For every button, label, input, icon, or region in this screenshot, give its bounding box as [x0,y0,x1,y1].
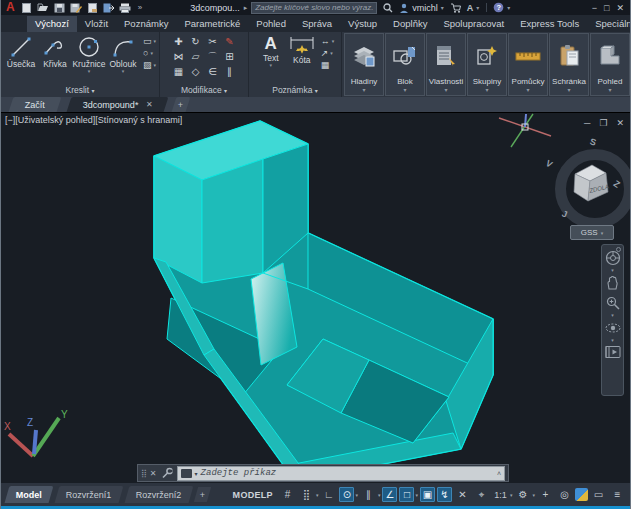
tab-vystup[interactable]: Výstup [340,16,385,32]
command-grip-handle[interactable]: ⣿ [141,469,146,478]
snap-toggle[interactable]: ⣿ [298,487,315,502]
tab-sprava[interactable]: Správa [294,16,340,32]
isodraft-caret-icon[interactable]: ▾ [378,492,381,498]
wcs-button[interactable]: GSS▾ [570,225,614,240]
command-input[interactable]: ▾ Zadejte příkaz ˄ [177,466,505,481]
command-line-palette[interactable]: ⣿ ✕ ▾ Zadejte příkaz ˄ [137,464,509,482]
polyline-tool[interactable]: Křivka [38,34,72,69]
copy-tool[interactable]: ⊞ [221,50,238,65]
new-drawing-tab-button[interactable]: + [172,97,191,112]
polar-tracking-toggle[interactable]: ⊙ [339,487,354,502]
hardware-acceleration-button[interactable] [575,488,588,501]
layout-tab-rozvrzeni1[interactable]: Rozvržení1 [55,486,123,503]
user-caret-icon[interactable]: ▾ [441,4,444,11]
array-tool[interactable]: ▦ [170,65,187,80]
drawing-viewport[interactable]: [−][Uživatelský pohled][Stínovaný s hran… [1,112,631,484]
tab-vlozit[interactable]: Vložit [77,16,116,32]
model-space-button[interactable]: MODELP [233,490,273,500]
app-store-cart-icon[interactable] [450,3,461,13]
line-tool[interactable]: Úsečka [4,34,38,69]
isolate-objects-button[interactable]: ◎ [556,487,573,502]
drawing-minimize-button[interactable]: ─ [584,118,590,128]
help-caret-icon[interactable]: ▾ [507,4,510,11]
drawing-restore-button[interactable]: ❐ [599,118,607,128]
tab-vychozi[interactable]: Výchozí [27,16,77,32]
panel-vlastnosti[interactable]: Vlastnosti ▾ [426,33,466,96]
leader-tool[interactable]: ↗▾ [321,48,335,58]
circle-tool[interactable]: Kružnice ▾ [72,34,106,74]
save-as-icon[interactable] [70,3,82,13]
orbit-caret-icon[interactable]: ▾ [611,338,614,343]
fillet-tool[interactable]: ⌒ [204,50,221,65]
table-tool[interactable]: ▦ [321,60,335,70]
panel-blok[interactable]: Blok ▾ [385,33,425,96]
panel-pohled[interactable]: Pohled ▾ [590,33,630,96]
help-icon[interactable]: ? [493,2,504,13]
search-icon[interactable] [383,3,393,13]
export-icon[interactable] [103,3,114,13]
showmotion-icon[interactable] [605,345,621,359]
compass-east[interactable]: V [544,158,554,170]
workspace-gear-button[interactable]: ⚙ [514,487,531,502]
maximize-button[interactable]: □ [604,3,609,13]
panel-hladiny[interactable]: Hladiny ▾ [344,33,384,96]
zoom-caret-icon[interactable]: ▾ [611,313,614,318]
close-button[interactable]: ✕ [616,3,624,13]
viewcube[interactable]: S Z J V ZDOLA GSS▾ [546,133,631,241]
autocad-logo-icon[interactable]: A [6,1,15,14]
qat-expand-icon[interactable]: » [138,3,142,12]
osnap-caret-icon[interactable]: ▾ [415,492,418,498]
signed-in-user[interactable]: vmichl [412,3,438,13]
panel-schranka[interactable]: Schránka ▾ [549,33,589,96]
viewport-controls-label[interactable]: [−][Uživatelský pohled][Stínovaný s hran… [5,115,182,125]
autodesk-app-caret-icon[interactable]: ▾ [476,4,479,11]
tab-specialni-aplikace[interactable]: Speciální aplikace [587,16,631,32]
isodraft-toggle[interactable]: ∥ [360,487,377,502]
file-tab-zacit[interactable]: Začít [9,97,62,112]
user-icon[interactable] [399,3,409,13]
offset-tool[interactable]: ∈ [204,65,221,80]
workspace-caret-icon[interactable]: ▾ [532,492,535,498]
tab-pohled[interactable]: Pohled [248,16,294,32]
zoom-icon[interactable] [605,295,621,311]
new-layout-button[interactable]: + [194,487,212,502]
hatch-tool[interactable]: ▨▾ [143,60,156,70]
annotation-monitor-toggle[interactable]: ⌖ [473,487,490,502]
tab-poznamky[interactable]: Poznámky [116,16,176,32]
stretch-tool[interactable]: ▱ [187,50,204,65]
open-file-icon[interactable] [37,3,49,13]
panel-poznamka-label[interactable]: Poznámka ▾ [249,84,341,97]
grid-toggle[interactable]: # [279,487,296,502]
tab-express-tools[interactable]: Express Tools [512,16,587,32]
text-tool[interactable]: A Text ▾ [256,34,286,68]
plot-icon[interactable] [87,3,98,13]
selection-cycling-toggle[interactable]: ✕ [454,487,471,502]
customization-menu-button[interactable]: ≡ [609,487,626,502]
navigation-bar[interactable]: ▾ ▾ ▾ [601,244,624,396]
erase-tool[interactable]: ✎ [221,35,238,50]
explode-tool[interactable]: ∥ [221,65,238,80]
scale-tool[interactable]: ◇ [187,65,204,80]
3d-object-snap-toggle[interactable]: ▣ [420,487,435,502]
pan-hand-icon[interactable] [605,275,620,291]
tab-spolupracovat[interactable]: Spolupracovat [435,16,512,32]
rectangle-tool[interactable]: ▭▾ [143,36,156,46]
title-flyout-icon[interactable]: ▸ [244,4,248,12]
clean-screen-button[interactable]: ▭ [590,487,607,502]
dimension-tool[interactable]: Kóta [286,34,318,65]
object-snap-toggle[interactable]: □ [399,487,414,502]
new-file-icon[interactable] [21,3,32,13]
rotate-tool[interactable]: ↻ [187,35,204,50]
polar-caret-icon[interactable]: ▾ [355,492,358,498]
mirror-tool[interactable]: ⋈ [170,50,187,65]
search-input[interactable]: Zadejte klíčové slovo nebo výraz. [251,2,377,14]
drawing-close-button[interactable]: ✕ [616,118,624,128]
arc-tool[interactable]: Oblouk ▾ [106,34,140,74]
autodesk-app-icon[interactable]: A [467,3,474,13]
trim-tool[interactable]: ✂ [204,35,221,50]
snap-caret-icon[interactable]: ▾ [316,492,319,498]
model-3dcompound[interactable] [1,113,631,484]
ellipse-tool[interactable]: ○▾ [143,48,156,58]
move-tool[interactable]: ✚ [170,35,187,50]
linear-dim-tool[interactable]: ↔▾ [321,36,335,46]
